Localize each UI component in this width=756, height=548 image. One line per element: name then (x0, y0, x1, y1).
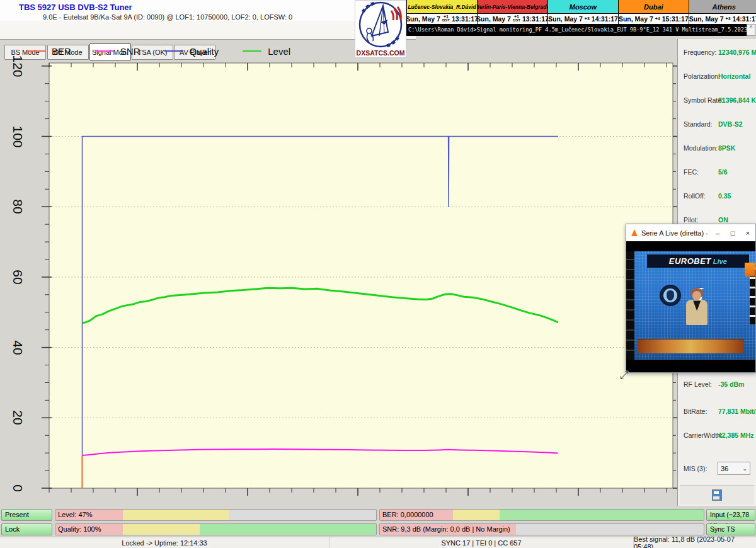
clock-city: Athens (689, 0, 756, 14)
clock-city: Lučenec-Slovakia_R.Dávid (407, 0, 477, 14)
vlc-maximize-button[interactable]: □ (725, 224, 740, 241)
param-label: RollOff: (684, 192, 706, 200)
clock-cell: DubaiSun, May 7+415:31:17 (619, 0, 689, 24)
param-label: FEC: (684, 168, 699, 176)
clock-time: Sun, May 7+415:31:17 (619, 14, 689, 24)
mis-value: 36 (721, 465, 728, 472)
param-label: Modulation: (684, 144, 718, 152)
transponder-subtitle: 9.0E - Eutelsat 9B/Ka-Sat 9A (ID: 0090) … (43, 13, 292, 21)
legend-label: BER (52, 46, 71, 57)
tab-bar: BS ModeDT ModeSignal Mon.TSA (OK)AV Play… (0, 21, 416, 40)
param-value: 77,831 Mbit/s (718, 408, 756, 415)
param-value: DVB-S2 (718, 120, 743, 128)
eurobet-banner: EUROBET Live (647, 254, 749, 268)
signal-chart (0, 60, 677, 506)
mis-dropdown[interactable]: 36 ⌄ (718, 462, 750, 475)
console-scroll-up[interactable]: ^ (747, 24, 755, 36)
legend-item-snr: SNR (95, 46, 140, 57)
param-label: Frequency: (684, 49, 717, 56)
status-uptime: Locked -> Uptime: 12:14:33 (0, 537, 329, 548)
studio-desk-banner (638, 339, 743, 353)
console-path: C:\Users\Roman Dávid>Signal monitoring_P… (406, 24, 747, 36)
vlc-window[interactable]: Serie A Live (diretta) - VLC ... – □ × E… (626, 224, 756, 373)
vlc-minimize-button[interactable]: – (710, 224, 725, 241)
clock-city: Berlin-Paris-Vienna-Belgrade (478, 0, 547, 14)
header: TBS 5927 USB DVB-S2 Tuner 9.0E - Eutelsa… (0, 0, 416, 39)
vlc-title-text: Serie A Live (diretta) - VLC ... (641, 229, 710, 237)
logo-text: DXSATCS.COM (355, 49, 406, 57)
status-bar: Locked -> Uptime: 12:14:33 SYNC 17 | TEI… (0, 537, 756, 548)
meter-bar-label: BER: 0,0000000 (382, 510, 433, 520)
param-label: Standard: (684, 120, 713, 128)
meter-bar-label: Level: 47% (58, 510, 92, 520)
status-badge-sync-ts: Sync TS (706, 523, 755, 535)
satellite-dish-icon (355, 1, 406, 49)
clock-cell: Berlin-Paris-Vienna-BelgradeSun, May 7+1… (478, 0, 548, 24)
status-sync: SYNC 17 | TEI 0 | CC 657 (329, 537, 633, 548)
channel-logo (745, 263, 755, 277)
status-badge-present: Present (1, 509, 52, 521)
meter-segment (123, 524, 200, 535)
legend-label: Level (268, 46, 290, 57)
app-window: TBS 5927 USB DVB-S2 Tuner 9.0E - Eutelsa… (0, 0, 756, 548)
panel-button-bar (680, 485, 754, 505)
legend-item-quality: Quality (164, 46, 219, 57)
tv-presenter (683, 288, 711, 333)
resize-cursor-icon: ⤢ (620, 369, 629, 382)
legend-item-level: Level (243, 46, 290, 57)
clock-time: Sun, May 7+314:31:17 (689, 14, 756, 24)
atalanta-club-logo (660, 285, 681, 306)
param-value: -35 dBm (718, 380, 744, 388)
legend-label: Quality (190, 46, 219, 57)
vlc-close-button[interactable]: × (740, 224, 755, 241)
param-label: CarrierWidth: (684, 431, 723, 439)
chart-legend: BERSNRQualityLevel (26, 44, 290, 58)
eurobet-live-text: Live (713, 258, 727, 265)
clock-time: Sun, May 7+1DST13:31:17 (478, 14, 547, 24)
param-value: 8PSK (718, 144, 735, 152)
meter-segment (500, 510, 704, 520)
legend-label: SNR (120, 46, 140, 57)
clock-time: Sun, May 7+314:31:17 (548, 14, 618, 24)
param-value: 5/6 (718, 168, 728, 176)
meter-segment (123, 510, 229, 520)
param-value: 0.35 (718, 192, 731, 200)
mis-label: MIS (3): (684, 465, 707, 472)
meter-row-2: LockQuality: 100%SNR: 9,3 dB (Margin: 0,… (0, 523, 756, 535)
clock-time: Sun, May 7+1DST13:31:17 (407, 14, 477, 24)
eurobet-text: EUROBET (669, 256, 711, 266)
status-badge-input-23-78-mbps-: Input (~23,78 Mbps) (706, 509, 755, 521)
param-label: Polarization: (684, 72, 720, 80)
world-clocks: Lučenec-Slovakia_R.DávidSun, May 7+1DST1… (406, 0, 756, 24)
clock-cell: Lučenec-Slovakia_R.DávidSun, May 7+1DST1… (407, 0, 478, 24)
vlc-video-area[interactable]: EUROBET Live J (626, 241, 755, 372)
tv-studio-scene: EUROBET Live J (626, 251, 755, 360)
param-label: RF Level: (684, 380, 712, 388)
meter-bar-label: Quality: 100% (58, 524, 101, 535)
param-value: Horizontal (718, 72, 750, 80)
param-label: BitRate: (684, 408, 707, 415)
param-label: Symbol Rate: (684, 96, 723, 104)
meter-bar: Level: 47% (55, 509, 377, 521)
param-value: 12340,976 MHz (718, 49, 756, 56)
chevron-down-icon: ⌄ (742, 465, 747, 472)
meter-bar-label: SNR: 9,3 dB (Margin: 0,0 dB | No Margin) (382, 524, 510, 535)
save-icon[interactable] (712, 489, 722, 501)
app-title: TBS 5927 USB DVB-S2 Tuner (19, 3, 132, 12)
param-value: 31396,844 KS/s (718, 96, 756, 104)
clock-cell: AthensSun, May 7+314:31:17 (689, 0, 756, 24)
vlc-titlebar[interactable]: Serie A Live (diretta) - VLC ... – □ × (626, 224, 755, 241)
legend-swatch (95, 50, 114, 52)
status-best-signal: Best signal: 11,8 dB (2023-05-07 05:48) (633, 537, 756, 548)
param-value: ON (718, 216, 728, 224)
legend-swatch (164, 50, 183, 52)
studio-left-panels (626, 251, 634, 360)
meter-segment (200, 524, 376, 535)
param-label: Pilot: (684, 216, 698, 224)
meter-segment (453, 510, 500, 520)
clock-cell: MoscowSun, May 7+314:31:17 (548, 0, 619, 24)
meter-bar: BER: 0,0000000 (379, 509, 704, 521)
dxsatcs-logo: DXSATCS.COM (355, 0, 406, 58)
clock-city: Dubai (619, 0, 689, 14)
meter-row-1: PresentLevel: 47%BER: 0,0000000Input (~2… (0, 509, 756, 521)
